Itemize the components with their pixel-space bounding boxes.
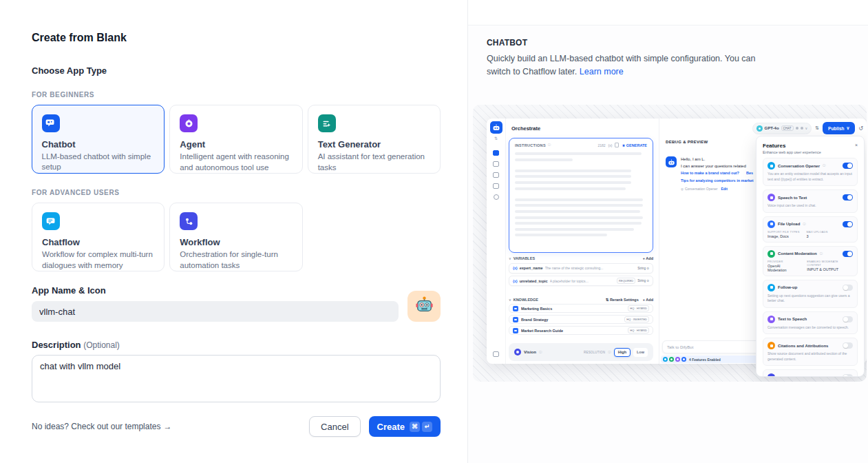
description-label: Description (Optional) bbox=[32, 340, 441, 350]
instructions-panel: INSTRUCTIONS ⓘ 2182 {x} ★ GENERATE bbox=[509, 138, 653, 253]
bot-message: Hello, I am L. I can answer your questio… bbox=[666, 156, 754, 191]
features-panel: Features × Enhance web app user experien… bbox=[756, 136, 865, 377]
speech-to-text-icon bbox=[768, 194, 775, 201]
vision-row: Vision ⓘ RESOLUTION ⓘ High Low bbox=[509, 343, 653, 361]
app-name-input[interactable] bbox=[32, 301, 399, 322]
index-mode-chip: HQ · HYBRID bbox=[628, 327, 649, 333]
cancel-button[interactable]: Cancel bbox=[309, 416, 360, 437]
info-icon: ⓘ bbox=[823, 164, 826, 167]
advanced-group-label: FOR ADVANCED USERS bbox=[32, 189, 441, 196]
content-moderation-icon bbox=[768, 250, 775, 258]
feature-item-content-moderation: Content Moderation ⓘ PROVIDEROpenAI Mode… bbox=[763, 246, 858, 276]
knowledge-panel: ∨ KNOWLEDGE ⇅ Rerank Settings + Add Mark… bbox=[509, 298, 653, 335]
right-top-strip bbox=[468, 0, 868, 25]
instructions-placeholder-lines bbox=[515, 152, 647, 236]
cmd-key-icon: ⌘ bbox=[410, 422, 420, 432]
beginner-cards-row: Chatbot LLM-based chatbot with simple se… bbox=[32, 105, 441, 174]
info-icon: ⓘ bbox=[548, 143, 551, 147]
debug-heading: DEBUG & PREVIEW bbox=[666, 140, 708, 144]
text-generator-icon bbox=[318, 114, 336, 132]
card-title: Chatflow bbox=[42, 237, 154, 247]
info-icon: ⓘ bbox=[539, 351, 542, 354]
preview-app-icon bbox=[490, 121, 502, 134]
edit-link: Edit bbox=[721, 187, 727, 191]
card-title: Text Generator bbox=[318, 139, 430, 150]
feature-item-text-to-speech: Text to Speech Conversation messages can… bbox=[763, 311, 858, 335]
preview-heading: CHATBOT bbox=[487, 38, 868, 48]
char-count: 2182 bbox=[597, 143, 605, 147]
app-name-label: App Name & Icon bbox=[32, 285, 399, 296]
variables-panel: ∨ VARIABLES + Add {x} expert_name The na… bbox=[509, 256, 653, 286]
app-icon-picker-button[interactable] bbox=[407, 291, 441, 322]
robot-emoji-icon bbox=[415, 296, 434, 317]
dataset-icon bbox=[513, 306, 518, 311]
suggestion-link: Tips for analyzing competitors in market bbox=[681, 177, 754, 184]
preview-window-title: Orchestrate bbox=[511, 125, 540, 132]
features-enabled-bar: 4 Features Enabled bbox=[661, 356, 763, 363]
variable-icon: {x} bbox=[513, 266, 518, 270]
rerank-icon: ⇅ bbox=[606, 298, 609, 302]
info-icon: ⓘ bbox=[820, 252, 823, 256]
knowledge-row: Marketing Basics HQ · HYBRID bbox=[509, 304, 653, 313]
app-type-card-text-generator[interactable]: Text Generator AI assistant for text gen… bbox=[308, 105, 441, 174]
chevron-down-icon: ∨ bbox=[509, 298, 511, 302]
preview-nav-icons bbox=[493, 150, 499, 200]
file-upload-toggle bbox=[843, 221, 853, 227]
preview-sidebar: ⇅ bbox=[487, 119, 506, 364]
settings-nav-icon bbox=[493, 351, 499, 357]
feature-dot-icon bbox=[663, 357, 668, 362]
card-title: Chatbot bbox=[42, 139, 155, 150]
speech-to-text-toggle bbox=[843, 194, 853, 200]
resolution-high-chip: High bbox=[614, 348, 631, 357]
variable-icon: {x} bbox=[513, 279, 518, 283]
card-desc: LLM-based chatbot with simple setup bbox=[42, 152, 155, 173]
chat-input-placeholder: Talk to DifyBot bbox=[662, 340, 761, 353]
follow-up-icon bbox=[768, 284, 775, 291]
app-type-card-agent[interactable]: Agent Intelligent agent with reasoning a… bbox=[169, 105, 302, 174]
annotation-reply-icon bbox=[768, 373, 775, 377]
feature-item-citations: Citations and Attributions Show source d… bbox=[763, 338, 858, 366]
card-desc: Intelligent agent with reasoning and aut… bbox=[180, 152, 292, 173]
variable-badge-icon: {x} bbox=[608, 143, 613, 147]
beginners-group-label: FOR BEGINNERS bbox=[32, 91, 441, 99]
page-title: Create from Blank bbox=[32, 32, 441, 44]
dataset-icon bbox=[513, 317, 518, 322]
suggestion-link: How to make a brand stand out?Bes bbox=[681, 169, 754, 176]
annotation-reply-toggle bbox=[843, 374, 853, 377]
app-type-card-chatbot[interactable]: Chatbot LLM-based chatbot with simple se… bbox=[32, 105, 165, 174]
description-textarea[interactable]: chat with vllm model bbox=[32, 355, 441, 402]
feature-item-file-upload: File Upload ⓘ SUPPORT FILE TYPESImage, D… bbox=[763, 216, 858, 243]
app-type-preview-panel: CHATBOT Quickly build an LLM-based chatb… bbox=[467, 0, 868, 463]
generate-button: ★ GENERATE bbox=[622, 143, 647, 147]
modal-footer: No ideas? Check out our templates→ Cance… bbox=[32, 416, 441, 437]
text-to-speech-icon bbox=[768, 316, 775, 323]
star-icon: ★ bbox=[622, 143, 625, 147]
content-moderation-toggle bbox=[843, 251, 853, 257]
arrow-right-icon: → bbox=[163, 422, 171, 431]
add-variable-button: + Add bbox=[643, 256, 653, 260]
agent-icon bbox=[180, 114, 198, 132]
learn-more-link[interactable]: Learn more bbox=[580, 67, 624, 76]
feature-item-speech-to-text: Speech to Text Voice input can be used i… bbox=[763, 189, 858, 213]
create-button[interactable]: Create ⌘ ↵ bbox=[369, 416, 441, 437]
text-to-speech-toggle bbox=[843, 316, 853, 322]
index-mode-chip: HQ · HYBRID bbox=[628, 305, 649, 311]
templates-link[interactable]: No ideas? Check out our templates→ bbox=[32, 422, 171, 431]
feature-dot-icon bbox=[675, 357, 680, 362]
info-icon: ⓘ bbox=[803, 223, 806, 226]
copy-icon bbox=[615, 143, 619, 147]
dataset-icon bbox=[513, 328, 518, 333]
workflow-icon bbox=[180, 212, 198, 230]
create-app-modal: Create from Blank Choose App Type FOR BE… bbox=[0, 0, 868, 463]
annotation-nav-icon bbox=[493, 183, 499, 189]
variable-row: {x} unrelated_topic A placeholder for to… bbox=[509, 276, 653, 286]
info-icon: ⓘ bbox=[608, 351, 611, 354]
switch-app-icon: ⇅ bbox=[494, 136, 498, 141]
logs-nav-icon bbox=[493, 172, 499, 178]
vision-icon bbox=[514, 349, 521, 356]
card-desc: AI assistant for text generation tasks bbox=[318, 152, 430, 173]
follow-up-toggle bbox=[843, 285, 853, 291]
index-mode-chip: HQ · INVERTED bbox=[624, 316, 649, 322]
description-optional-label: (Optional) bbox=[83, 340, 120, 350]
conversation-opener-icon bbox=[768, 162, 775, 169]
